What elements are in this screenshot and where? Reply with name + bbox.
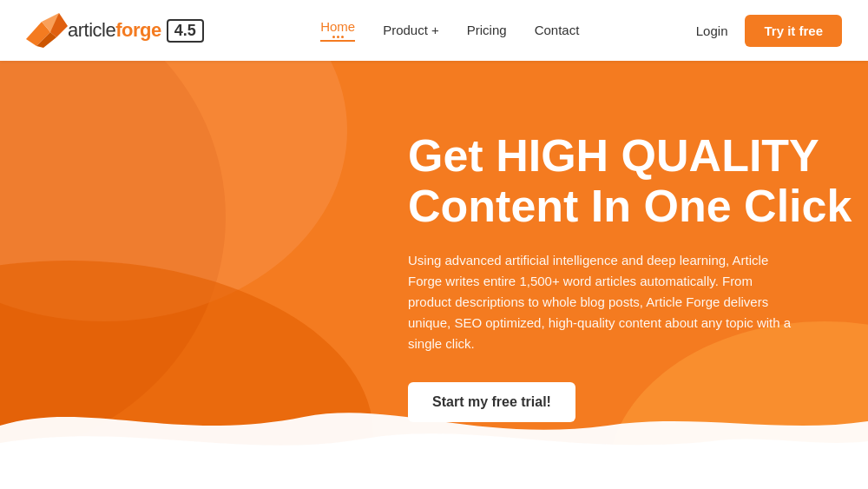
nav-item-contact[interactable]: Contact xyxy=(535,23,580,38)
try-it-free-button[interactable]: Try it free xyxy=(745,15,842,47)
hero-subtitle: Using advanced artificial intelligence a… xyxy=(408,250,799,354)
nav-link-product[interactable]: Product + xyxy=(383,23,439,37)
logo-bird-icon xyxy=(26,13,68,48)
hero-content: Get HIGH QUALITY Content In One Click Us… xyxy=(408,61,859,422)
nav-link-home[interactable]: Home xyxy=(320,19,355,42)
nav-right: Login Try it free xyxy=(696,15,842,47)
nav-item-home[interactable]: Home xyxy=(320,19,355,42)
nav-item-pricing[interactable]: Pricing xyxy=(467,23,507,38)
hero-section: Get HIGH QUALITY Content In One Click Us… xyxy=(0,61,868,489)
nav-links: Home Product + Pricing Contact xyxy=(320,19,579,42)
navbar: articleforge 4.5 Home Product + Pricing … xyxy=(0,0,868,61)
nav-item-product[interactable]: Product + xyxy=(383,23,439,38)
login-link[interactable]: Login xyxy=(696,23,728,38)
nav-link-pricing[interactable]: Pricing xyxy=(467,23,507,37)
hero-title: Get HIGH QUALITY Content In One Click xyxy=(408,130,859,231)
logo-version: 4.5 xyxy=(167,19,204,43)
logo[interactable]: articleforge 4.5 xyxy=(26,13,204,48)
start-trial-button[interactable]: Start my free trial! xyxy=(408,382,575,422)
logo-text: articleforge xyxy=(68,19,161,42)
nav-link-contact[interactable]: Contact xyxy=(535,23,580,37)
